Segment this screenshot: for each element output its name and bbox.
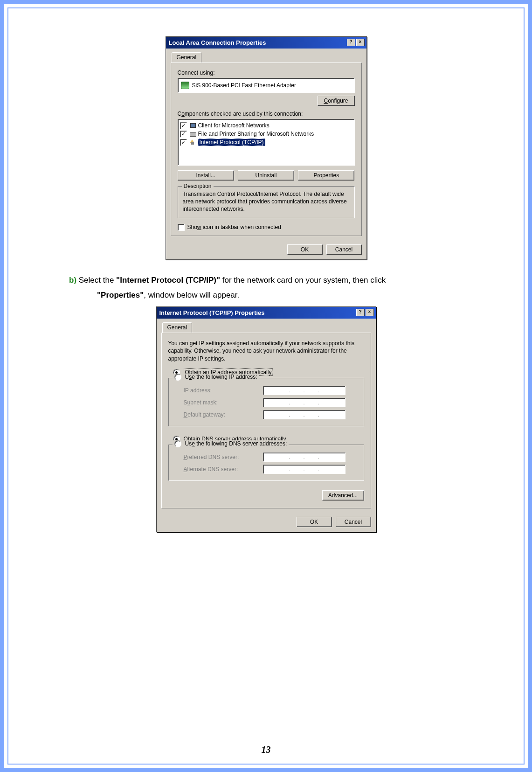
component-fileprint[interactable]: ✓ File and Printer Sharing for Microsoft… [180,130,352,138]
bold-properties: "Properties" [97,291,144,299]
network-client-icon [189,122,196,129]
page-number: 13 [8,744,524,755]
dialog-footer: OK Cancel [166,241,366,259]
install-button[interactable]: Install... [178,170,234,181]
alternate-dns-input: ... [263,465,345,474]
subnet-mask-input: ... [263,398,345,407]
radio-icon[interactable] [174,374,181,381]
use-dns-group: Use the following DNS server addresses: … [168,445,364,481]
close-icon[interactable]: × [356,39,365,46]
titlebar[interactable]: Internet Protocol (TCP/IP) Properties ? … [157,307,376,319]
description-group: Description Transmission Control Protoco… [178,186,355,218]
ip-address-label: IP address: [184,387,263,394]
page-inner: Local Area Connection Properties ? × Gen… [7,7,525,765]
show-icon-label: Show icon in taskbar when connected [187,224,281,230]
dialog-title: Local Area Connection Properties [169,39,266,46]
component-label: Internet Protocol (TCP/IP) [198,139,265,146]
ok-button[interactable]: OK [287,244,323,255]
configure-button[interactable]: Configure [318,96,355,106]
page-frame: Local Area Connection Properties ? × Gen… [0,0,532,772]
titlebar[interactable]: Local Area Connection Properties ? × [166,37,366,49]
use-ip-group: Use the following IP address: IP address… [168,378,364,426]
nic-icon [181,82,189,89]
description-legend: Description [182,183,214,189]
instruction-paragraph: b) Select the "Internet Protocol (TCP/IP… [69,273,477,303]
intro-text: You can get IP settings assigned automat… [168,340,364,362]
component-label: File and Printer Sharing for Microsoft N… [198,131,314,137]
connect-using-label: Connect using: [178,70,355,76]
component-tcpip[interactable]: ✓ Internet Protocol (TCP/IP) [180,138,352,146]
component-label: Client for Microsoft Networks [198,122,269,129]
adapter-name: SiS 900-Based PCI Fast Ethernet Adapter [192,82,296,89]
uninstall-button[interactable]: Uninstall [238,170,294,181]
tab-general[interactable]: General [162,322,193,333]
dialog-body: General You can get IP settings assigned… [157,319,376,513]
bullet-label: b) [69,276,76,285]
adapter-field[interactable]: SiS 900-Based PCI Fast Ethernet Adapter [178,78,355,93]
tab-panel: Connect using: SiS 900-Based PCI Fast Et… [171,63,362,236]
help-icon[interactable]: ? [356,309,365,316]
show-icon-row[interactable]: Show icon in taskbar when connected [178,224,355,231]
dialog-title: Internet Protocol (TCP/IP) Properties [159,309,265,316]
close-icon[interactable]: × [366,309,374,316]
radio-use-ip[interactable]: Use the following IP address: [173,374,259,381]
description-text: Transmission Control Protocol/Internet P… [183,190,350,213]
bold-tcpip: "Internet Protocol (TCP/IP)" [116,276,220,285]
subnet-mask-label: Subnet mask: [184,399,263,406]
printer-icon [189,130,196,138]
dialog-body: General Connect using: SiS 900-Based PCI… [166,49,366,241]
components-label: Components checked are used by this conn… [178,111,355,117]
tcpip-properties-dialog: Internet Protocol (TCP/IP) Properties ? … [156,306,376,532]
help-icon[interactable]: ? [347,39,355,46]
checkbox-icon[interactable] [178,224,185,231]
components-list[interactable]: ✓ Client for Microsoft Networks ✓ File a… [178,119,355,166]
ip-address-input: ... [263,386,345,395]
component-client[interactable]: ✓ Client for Microsoft Networks [180,121,352,130]
properties-button[interactable]: Properties [298,170,354,181]
radio-use-dns[interactable]: Use the following DNS server addresses: [173,440,289,447]
radio-label: Use the following IP address: [185,374,257,380]
lan-properties-dialog: Local Area Connection Properties ? × Gen… [166,36,367,260]
checkbox-icon[interactable]: ✓ [180,122,187,129]
default-gateway-input: ... [263,410,345,419]
checkbox-icon[interactable]: ✓ [180,131,187,138]
cancel-button[interactable]: Cancel [336,517,371,527]
default-gateway-label: Default gateway: [184,411,263,418]
radio-icon[interactable] [174,440,181,447]
alternate-dns-label: Alternate DNS server: [184,466,263,473]
preferred-dns-input: ... [263,452,345,462]
checkbox-icon[interactable]: ✓ [180,139,187,146]
advanced-button[interactable]: Advanced... [322,490,364,501]
preferred-dns-label: Preferred DNS server: [184,454,263,460]
tab-general[interactable]: General [172,52,202,63]
cancel-button[interactable]: Cancel [326,244,362,255]
radio-label: Use the following DNS server addresses: [185,440,287,447]
tcpip-icon [189,139,196,146]
ok-button[interactable]: OK [297,517,332,527]
dialog-footer: OK Cancel [157,513,376,532]
tab-panel: You can get IP settings assigned automat… [161,333,371,508]
